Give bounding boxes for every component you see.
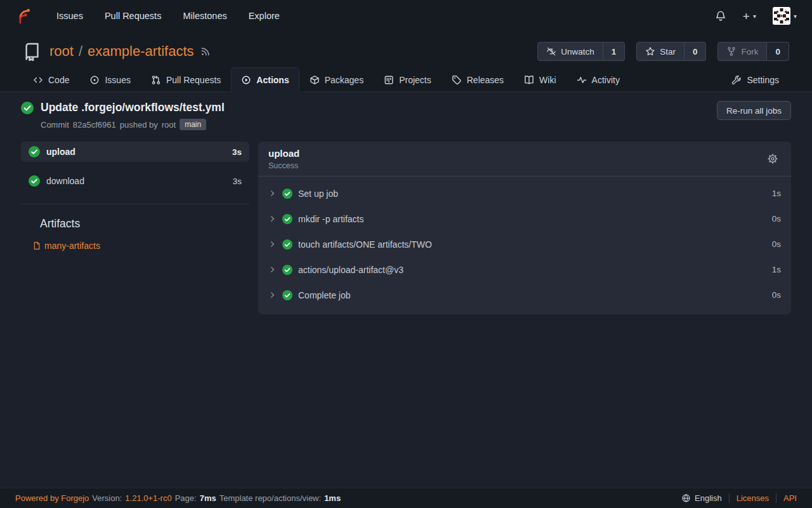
step-name: Complete job: [298, 290, 351, 300]
rss-icon: [200, 46, 211, 57]
tab-releases[interactable]: Releases: [442, 67, 514, 92]
step-name: touch artifacts/ONE artifacts/TWO: [298, 239, 432, 250]
tab-label: Code: [48, 75, 69, 85]
step-row[interactable]: actions/upload-artifact@v3 1s: [258, 257, 791, 283]
repo-tabs: Code Issues Pull Requests Actions Packag…: [15, 67, 797, 92]
job-item-upload[interactable]: upload 3s: [21, 142, 249, 162]
code-icon: [33, 75, 43, 85]
run-header: Update .forgejo/workflows/test.yml Commi…: [21, 101, 791, 130]
chevron-right-icon: [268, 240, 277, 248]
repo-name-link[interactable]: example-artifacts: [88, 43, 194, 60]
watch-button-group: Unwatch 1: [537, 42, 625, 61]
run-columns: upload 3s download 3s Artifacts many-art…: [21, 142, 791, 314]
check-circle-icon: [282, 239, 292, 250]
repo-breadcrumb: root / example-artifacts: [49, 43, 194, 60]
run-title: Update .forgejo/workflows/test.yml: [41, 101, 225, 114]
top-navbar: Issues Pull Requests Milestones Explore …: [0, 0, 812, 32]
check-circle-icon: [282, 290, 292, 300]
jobs-sidebar: upload 3s download 3s Artifacts many-art…: [21, 142, 249, 251]
pusher-link[interactable]: root: [162, 120, 176, 130]
play-circle-icon: [241, 75, 251, 85]
licenses-link[interactable]: Licenses: [737, 493, 769, 503]
star-button[interactable]: Star: [636, 42, 684, 61]
tools-icon: [731, 75, 742, 85]
rerun-all-jobs-button[interactable]: Re-run all jobs: [717, 101, 791, 120]
commit-label: Commit: [41, 120, 69, 130]
fork-button[interactable]: Fork: [717, 42, 767, 61]
repo-title-row: root / example-artifacts Unwatch 1 Star …: [15, 42, 797, 61]
user-menu-dropdown[interactable]: ▾: [773, 7, 797, 25]
version-link[interactable]: 1.21.0+1-rc0: [125, 493, 171, 503]
forgejo-actions-page: Issues Pull Requests Milestones Explore …: [0, 0, 812, 508]
powered-by-link[interactable]: Powered by Forgejo: [15, 493, 89, 503]
nav-link-issues[interactable]: Issues: [56, 11, 83, 21]
job-name: download: [46, 176, 84, 186]
chevron-down-icon: ▾: [753, 13, 756, 20]
tab-code[interactable]: Code: [23, 67, 79, 92]
chevron-right-icon: [268, 215, 277, 223]
artifact-link-many-artifacts[interactable]: many-artifacts: [32, 241, 249, 251]
notifications-button[interactable]: [715, 10, 726, 22]
nav-link-milestones[interactable]: Milestones: [183, 11, 226, 21]
step-row[interactable]: Set up job 1s: [258, 181, 791, 206]
job-duration: 3s: [233, 177, 242, 186]
file-icon: [32, 241, 41, 250]
repo-action-buttons: Unwatch 1 Star 0 Fork 0: [537, 42, 789, 61]
branch-badge[interactable]: main: [180, 119, 206, 130]
check-circle-icon: [282, 189, 292, 199]
fork-button-group: Fork 0: [717, 42, 789, 61]
star-label: Star: [660, 47, 676, 57]
star-button-group: Star 0: [636, 42, 706, 61]
api-link[interactable]: API: [783, 493, 797, 503]
tab-pull-requests[interactable]: Pull Requests: [141, 67, 231, 92]
step-row[interactable]: touch artifacts/ONE artifacts/TWO 0s: [258, 232, 791, 257]
check-circle-icon: [282, 214, 292, 224]
issue-icon: [89, 75, 100, 85]
tab-settings[interactable]: Settings: [721, 67, 789, 92]
tab-label: Wiki: [539, 75, 556, 85]
chevron-right-icon: [268, 189, 277, 197]
tab-label: Pull Requests: [166, 75, 221, 85]
sidebar-divider: [21, 204, 249, 204]
unwatch-label: Unwatch: [561, 47, 594, 57]
tab-issues[interactable]: Issues: [79, 67, 140, 92]
stars-count-button[interactable]: 0: [684, 42, 707, 61]
job-detail-panel: upload Success Set up job 1s: [258, 142, 791, 314]
watchers-count-button[interactable]: 1: [603, 42, 625, 61]
nav-link-pull-requests[interactable]: Pull Requests: [105, 11, 161, 21]
commit-sha-link[interactable]: 82a5cf6961: [73, 120, 116, 130]
job-item-download[interactable]: download 3s: [21, 171, 249, 191]
user-avatar: [773, 7, 790, 25]
job-name: upload: [46, 147, 75, 157]
forgejo-logo[interactable]: [15, 8, 32, 25]
tab-packages[interactable]: Packages: [299, 67, 374, 92]
step-duration: 1s: [772, 265, 781, 274]
tab-projects[interactable]: Projects: [374, 67, 442, 92]
language-selector[interactable]: English: [681, 493, 722, 503]
nav-link-explore[interactable]: Explore: [249, 11, 280, 21]
repo-owner-link[interactable]: root: [49, 43, 74, 60]
chevron-down-icon: ▾: [794, 13, 797, 20]
forks-count-button[interactable]: 0: [767, 42, 789, 61]
tab-label: Settings: [747, 75, 779, 85]
tab-wiki[interactable]: Wiki: [514, 67, 566, 92]
step-row[interactable]: Complete job 0s: [258, 283, 791, 308]
step-row[interactable]: mkdir -p artifacts 0s: [258, 206, 791, 232]
eye-off-icon: [546, 46, 556, 57]
check-circle-icon: [29, 175, 40, 187]
template-time-value: 1ms: [324, 493, 341, 503]
tag-icon: [452, 75, 462, 85]
version-label: Version:: [92, 493, 122, 503]
page-time-label: Page:: [175, 493, 197, 503]
rss-feed-button[interactable]: [200, 46, 211, 57]
repo-header: root / example-artifacts Unwatch 1 Star …: [0, 32, 812, 92]
footer-divider: [776, 493, 776, 503]
job-steps-list: Set up job 1s mkdir -p artifacts 0s touc…: [258, 177, 791, 314]
tab-actions[interactable]: Actions: [231, 67, 299, 92]
job-options-button[interactable]: [764, 150, 781, 167]
page-time-value: 7ms: [200, 493, 216, 503]
tab-activity[interactable]: Activity: [566, 67, 630, 92]
create-new-dropdown[interactable]: +▾: [743, 10, 756, 22]
template-time-label: Template repo/actions/view:: [219, 493, 321, 503]
unwatch-button[interactable]: Unwatch: [537, 42, 603, 61]
